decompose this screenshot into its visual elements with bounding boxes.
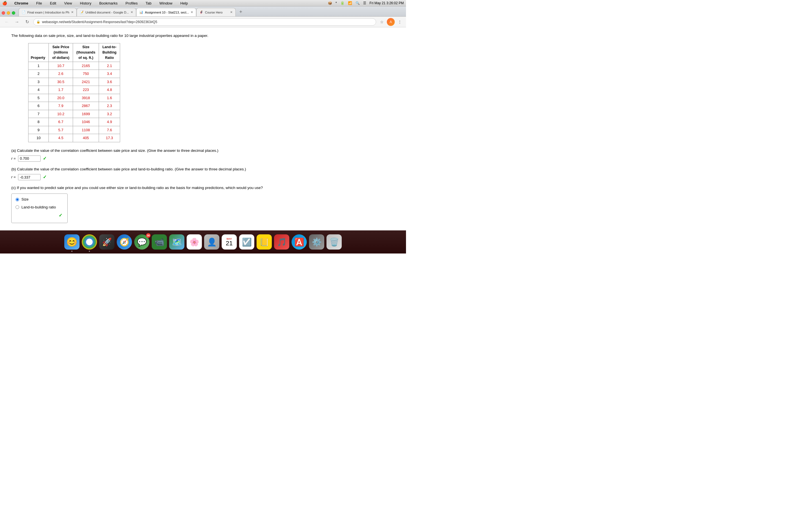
dock-chrome[interactable] bbox=[82, 234, 97, 249]
forward-button[interactable]: → bbox=[13, 18, 21, 26]
dock-maps[interactable]: 🗺️ bbox=[169, 234, 185, 249]
dock-messages[interactable]: 💬 30 bbox=[134, 234, 149, 249]
address-bar[interactable]: 🔒 webassign.net/web/Student/Assignment-R… bbox=[33, 18, 376, 25]
table-row: 520.039181.6 bbox=[29, 94, 120, 102]
radio-ratio-input[interactable] bbox=[15, 205, 19, 209]
menu-profiles[interactable]: Profiles bbox=[124, 1, 139, 6]
dock-trash[interactable]: 🗑️ bbox=[326, 234, 342, 249]
question-b: (b) Calculate the value of the correlati… bbox=[11, 166, 395, 180]
answer-a-input[interactable] bbox=[18, 156, 41, 162]
row-value: 1108 bbox=[73, 126, 99, 134]
tab-3[interactable]: 📊 Assignment 10 - Stat213, sect... ✕ bbox=[136, 8, 196, 16]
radio-size-label: Size bbox=[21, 196, 29, 202]
row-value: 3.4 bbox=[99, 70, 120, 78]
menu-bar-left: 🍎 Chrome File Edit View History Bookmark… bbox=[2, 1, 190, 6]
answer-b-input[interactable] bbox=[18, 174, 41, 180]
answer-a-label: r = bbox=[11, 156, 16, 161]
tab-3-close[interactable]: ✕ bbox=[191, 10, 193, 14]
dock-launchpad[interactable]: 🚀 bbox=[99, 234, 114, 249]
notes-icon: 📒 bbox=[259, 237, 269, 247]
tab-4-close[interactable]: ✕ bbox=[230, 10, 233, 14]
dock-notes[interactable]: 📒 bbox=[257, 234, 272, 249]
menu-bar-right: 📦 * 🔋 📶 🔍 ☰ Fri May 21 3:26:02 PM bbox=[328, 1, 404, 5]
appstore-icon: 🅰️ bbox=[294, 237, 304, 247]
back-button[interactable]: ← bbox=[3, 18, 11, 26]
dock-safari[interactable]: 🧭 bbox=[117, 234, 132, 249]
question-c: (c) If you wanted to predict sale price … bbox=[11, 185, 395, 225]
url-text: webassign.net/web/Student/Assignment-Res… bbox=[42, 20, 157, 24]
bookmark-star-icon[interactable]: ☆ bbox=[378, 18, 385, 25]
dock-contacts[interactable]: 👤 bbox=[204, 234, 219, 249]
row-value: 4.8 bbox=[99, 86, 120, 94]
row-value: 1.6 bbox=[99, 94, 120, 102]
menu-help[interactable]: Help bbox=[179, 1, 190, 6]
messages-icon: 💬 bbox=[137, 237, 147, 247]
dock-facetime[interactable]: 📹 bbox=[152, 234, 167, 249]
table-row: 330.524213.6 bbox=[29, 78, 120, 86]
music-icon: 🎵 bbox=[277, 237, 287, 247]
dock-systemprefs[interactable]: ⚙️ bbox=[309, 234, 324, 249]
dock-appstore[interactable]: 🅰️ bbox=[292, 234, 307, 249]
tab-2-close[interactable]: ✕ bbox=[131, 10, 133, 14]
tab-1[interactable]: 📄 Final exam | Introduction to Ph ✕ bbox=[18, 8, 77, 16]
dock-music[interactable]: 🎵 bbox=[274, 234, 289, 249]
radio-size[interactable]: Size bbox=[15, 196, 63, 202]
dock-photos[interactable]: 🌸 bbox=[187, 234, 202, 249]
row-property: 3 bbox=[29, 78, 49, 86]
menu-bookmarks[interactable]: Bookmarks bbox=[98, 1, 119, 6]
control-center-icon[interactable]: ☰ bbox=[363, 1, 366, 5]
radio-ratio[interactable]: Land-to-building ratio bbox=[15, 205, 63, 210]
radio-size-input[interactable] bbox=[15, 198, 19, 202]
row-value: 2867 bbox=[73, 102, 99, 110]
menu-history[interactable]: History bbox=[78, 1, 93, 6]
secure-icon: 🔒 bbox=[36, 20, 40, 24]
question-b-text: (b) Calculate the value of the correlati… bbox=[11, 166, 395, 172]
row-property: 8 bbox=[29, 118, 49, 126]
dock-reminders[interactable]: ☑️ bbox=[239, 234, 254, 249]
col-property: Property bbox=[29, 43, 49, 62]
close-button[interactable] bbox=[2, 11, 5, 15]
radio-check-icon: ✓ bbox=[59, 212, 62, 219]
search-icon[interactable]: 🔍 bbox=[356, 1, 360, 5]
profile-avatar[interactable]: A bbox=[387, 18, 395, 26]
menu-tab[interactable]: Tab bbox=[144, 1, 153, 6]
answer-a-check: ✓ bbox=[43, 155, 47, 162]
fullscreen-button[interactable] bbox=[12, 11, 15, 15]
dock-finder[interactable]: 😊 bbox=[64, 234, 80, 249]
col-size: Size(thousandsof sq. ft.) bbox=[73, 43, 99, 62]
row-value: 2.1 bbox=[99, 62, 120, 70]
apple-menu[interactable]: 🍎 bbox=[2, 1, 7, 5]
chrome-indicator bbox=[89, 251, 90, 252]
col-sale-price: Sale Price(millionsof dollars) bbox=[49, 43, 73, 62]
new-tab-button[interactable]: + bbox=[237, 8, 245, 16]
tab-1-close[interactable]: ✕ bbox=[71, 10, 73, 14]
answer-b-check: ✓ bbox=[43, 174, 47, 180]
tab-2[interactable]: 📝 Untitled document - Google D... ✕ bbox=[77, 8, 136, 16]
toolbar-right: ☆ A ⋮ bbox=[378, 18, 403, 26]
menu-chrome[interactable]: Chrome bbox=[13, 1, 30, 6]
messages-badge: 30 bbox=[146, 233, 151, 238]
row-value: 3.2 bbox=[99, 110, 120, 118]
menu-icon[interactable]: ⋮ bbox=[396, 18, 403, 25]
radio-box: Size Land-to-building ratio ✓ bbox=[11, 193, 68, 223]
menu-window[interactable]: Window bbox=[158, 1, 174, 6]
minimize-button[interactable] bbox=[7, 11, 10, 15]
wifi-icon: 📶 bbox=[348, 1, 352, 5]
table-row: 104.540517.3 bbox=[29, 134, 120, 142]
table-row: 22.67503.4 bbox=[29, 70, 120, 78]
photos-icon: 🌸 bbox=[190, 237, 199, 247]
row-value: 10.7 bbox=[49, 62, 73, 70]
menu-file[interactable]: File bbox=[35, 1, 44, 6]
row-value: 2165 bbox=[73, 62, 99, 70]
reload-button[interactable]: ↻ bbox=[23, 18, 31, 26]
dock-calendar[interactable]: MAY 21 bbox=[221, 234, 237, 249]
tab-4[interactable]: 🦸 Course Hero ✕ bbox=[196, 8, 236, 16]
table-row: 95.711087.6 bbox=[29, 126, 120, 134]
row-value: 6.7 bbox=[49, 118, 73, 126]
menu-view[interactable]: View bbox=[62, 1, 73, 6]
row-value: 17.3 bbox=[99, 134, 120, 142]
row-value: 7.6 bbox=[99, 126, 120, 134]
menu-edit[interactable]: Edit bbox=[48, 1, 58, 6]
row-value: 3.6 bbox=[99, 78, 120, 86]
row-property: 9 bbox=[29, 126, 49, 134]
